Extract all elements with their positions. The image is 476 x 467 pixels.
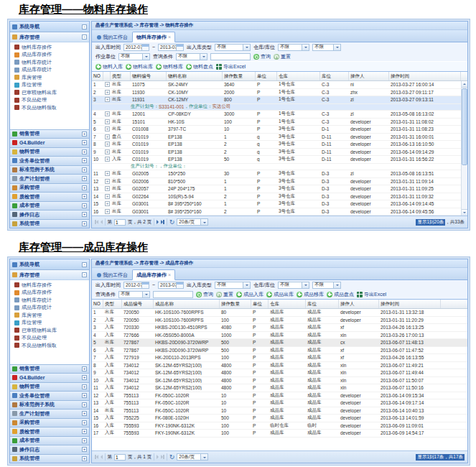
expand-icon[interactable]: +: [82, 212, 87, 217]
nav-header[interactable]: 系统导航 -: [10, 259, 89, 270]
column-header[interactable]: NO: [92, 72, 103, 80]
expand-icon[interactable]: +: [105, 111, 110, 116]
collapse-icon[interactable]: -: [82, 24, 87, 29]
expand-icon[interactable]: +: [105, 201, 110, 206]
expand-icon[interactable]: +: [82, 176, 87, 181]
expand-icon[interactable]: +: [105, 126, 110, 131]
expand-icon[interactable]: +: [82, 375, 87, 380]
sidebar-item[interactable]: 库房管理: [14, 312, 89, 318]
column-header[interactable]: NO: [92, 300, 103, 308]
table-row[interactable]: 4+出库12001CP-08KDY3000P1号仓库C-3zl2013-05-0…: [92, 111, 467, 119]
sidebar-item[interactable]: 物料库存操作: [14, 282, 89, 288]
last-page-button[interactable]: [161, 218, 164, 226]
accordion-panel[interactable]: 操作日志+: [10, 445, 89, 454]
accordion-panel[interactable]: 采购管理+: [10, 418, 89, 427]
column-header[interactable]: 操作数量: [223, 72, 256, 80]
table-row[interactable]: 2入库720050HK-10S100-7600RPFS100P成品库成品库dev…: [92, 317, 467, 325]
sidebar-item[interactable]: 物料库存统计: [14, 59, 89, 65]
sidebar-item[interactable]: 不良品处理: [14, 335, 89, 341]
first-page-button[interactable]: [95, 453, 98, 461]
column-header[interactable]: 类型: [103, 300, 122, 308]
table-row[interactable]: 11入库734012SK-12M-65YRS2(100)4800P成品库成品库x…: [92, 384, 467, 392]
material-in-button[interactable]: 物料入库: [95, 63, 123, 70]
expand-icon[interactable]: +: [105, 82, 110, 87]
sidebar-item[interactable]: 不良品物料领取: [14, 104, 89, 111]
next-page-button[interactable]: [157, 453, 159, 461]
column-header[interactable]: 库位: [306, 300, 339, 308]
accordion-panel[interactable]: G4.Builder+: [10, 138, 89, 147]
page-size-select[interactable]: 20条/页: [177, 218, 208, 226]
io-type-select[interactable]: 不限: [215, 44, 251, 51]
sidebar-item[interactable]: 库房管理: [14, 74, 89, 80]
table-row[interactable]: 7+盘点C01019EP1381g3号仓库D-11developer2013-0…: [92, 134, 467, 142]
sidebar-item[interactable]: 成品库存操作: [14, 52, 89, 58]
expand-icon[interactable]: +: [82, 438, 87, 443]
column-header[interactable]: 操作人: [339, 300, 379, 308]
table-row[interactable]: 13入库755113FK-050C-1020R10P成品库成品库develope…: [92, 399, 467, 407]
collapse-icon[interactable]: -: [82, 34, 87, 40]
table-row[interactable]: 8+出库C01019EP1382g3号仓库D-11developer2013-0…: [92, 141, 467, 149]
unit-select[interactable]: 不限: [118, 53, 150, 60]
product-count-button[interactable]: 成品盘点: [327, 291, 354, 298]
column-header[interactable]: 操作时间: [389, 72, 461, 80]
material-out-button[interactable]: 物料出库: [126, 63, 153, 70]
sidebar-item[interactable]: 成品库存统计: [14, 67, 89, 73]
export-excel-button[interactable]: 导出Excel: [357, 291, 386, 298]
condition-select[interactable]: 不限: [118, 291, 150, 298]
table-row[interactable]: 13+出库G0205724P 204*1751P3号仓库D-3developer…: [92, 185, 467, 193]
table-row[interactable]: 9+出库C01019EP1382g3号仓库D-11developer2013-0…: [92, 149, 467, 157]
product-in-button[interactable]: 成品入库: [236, 291, 263, 298]
sidebar-item[interactable]: 成品库存操作: [14, 290, 89, 296]
sidebar-item[interactable]: 不良品处理: [14, 97, 89, 103]
search-button[interactable]: 查询: [253, 53, 271, 60]
accordion-panel[interactable]: 物料管理+: [10, 382, 89, 392]
scroll-down-icon[interactable]: [462, 209, 467, 216]
table-row[interactable]: 2+出库11930CK-10MY2000P1号仓库C-3zhx2013-03-2…: [92, 89, 467, 97]
expand-icon[interactable]: +: [82, 411, 87, 416]
table-row[interactable]: 15入库755225FK-080E-1020H500P成品库成品库develop…: [92, 415, 467, 422]
accordion-panel[interactable]: 操作日志+: [10, 210, 89, 219]
column-header[interactable]: 类型: [111, 72, 131, 80]
accordion-panel[interactable]: 标准范例子系统+: [10, 400, 89, 410]
expand-icon[interactable]: +: [105, 142, 110, 147]
expand-icon[interactable]: +: [82, 185, 87, 190]
sidebar-item[interactable]: 物料库存统计: [14, 297, 89, 303]
expand-icon[interactable]: +: [82, 131, 87, 137]
sidebar-item[interactable]: 不良品物料领取: [14, 342, 89, 348]
collapse-icon[interactable]: -: [82, 262, 87, 267]
column-header[interactable]: [103, 72, 111, 80]
calendar-icon[interactable]: [141, 45, 149, 50]
refresh-icon[interactable]: ↻: [169, 219, 175, 226]
expand-icon[interactable]: +: [82, 429, 87, 434]
accordion-panel[interactable]: 生产计划管理+: [10, 174, 89, 183]
nav-header[interactable]: 系统导航 -: [10, 22, 89, 32]
vertical-scrollbar[interactable]: [461, 81, 467, 216]
column-header[interactable]: 单位: [256, 72, 277, 80]
table-row[interactable]: 9入库734012SK-12M-65YRS2(100)4800P成品库成品库xl…: [92, 369, 467, 377]
accordion-panel[interactable]: 销售管理+: [10, 129, 89, 139]
export-excel-button[interactable]: 导出Excel: [216, 63, 246, 70]
accordion-panel[interactable]: 物料管理+: [10, 147, 89, 157]
accordion-panel[interactable]: 业务单位管理+: [10, 156, 89, 165]
table-row[interactable]: 3入库720330HKBS-20D130-4510RPS4080P成品库成品库x…: [92, 324, 467, 332]
expand-icon[interactable]: +: [82, 167, 87, 172]
date-to-field[interactable]: 2013-07-09: [158, 44, 184, 51]
table-row[interactable]: 11+出库G02005150*25030P3号仓库D-3zl2013-05-08…: [92, 170, 467, 178]
expand-icon[interactable]: +: [82, 194, 87, 199]
table-row[interactable]: 4入库727666HK-05S050-8000A1000P成品库成品库xln20…: [92, 332, 467, 340]
table-row[interactable]: 12入库755113FK-050C-1020R10P成品库成品库develope…: [92, 392, 467, 400]
accordion-panel[interactable]: 标准范例子系统+: [10, 165, 89, 175]
expand-icon[interactable]: +: [82, 203, 87, 208]
expand-icon[interactable]: +: [82, 366, 87, 371]
sidebar-item[interactable]: 库位管理: [14, 320, 89, 326]
prev-page-button[interactable]: [101, 453, 103, 461]
column-header[interactable]: 库位: [320, 72, 349, 80]
expand-icon[interactable]: +: [105, 157, 110, 162]
calendar-icon[interactable]: [141, 282, 149, 288]
accordion-panel[interactable]: 销售管理+: [10, 364, 89, 374]
accordion-panel[interactable]: 成本管理+: [10, 436, 89, 445]
next-page-button[interactable]: [157, 218, 159, 226]
column-header[interactable]: 操作人: [349, 72, 389, 80]
expand-icon[interactable]: +: [105, 179, 110, 184]
warehouse-select[interactable]: 不限: [278, 44, 309, 51]
